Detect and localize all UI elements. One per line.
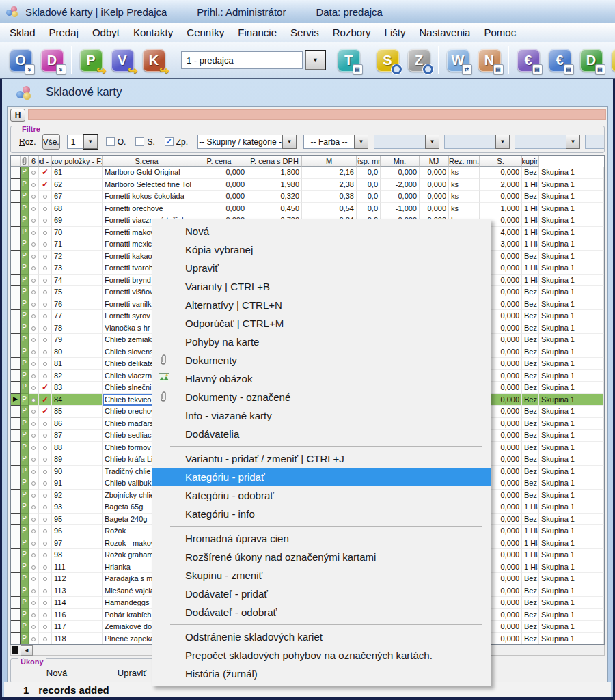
- toolbar-euro-blue-button[interactable]: €▤: [545, 46, 574, 74]
- context-menu-item-kateg-riu-odobra[interactable]: Kategóriu - odobrať: [152, 486, 491, 505]
- dot-icon: [43, 542, 47, 546]
- scroll-left-icon[interactable]: ◄: [20, 645, 33, 656]
- extra-filter-combo-2[interactable]: ▼: [444, 135, 510, 149]
- column-header-k-d-f3[interactable]: Kód - F3: [39, 156, 52, 167]
- checkbox-unchecked-icon[interactable]: [106, 137, 115, 146]
- menu-item-rozbory[interactable]: Rozbory: [326, 25, 378, 40]
- color-combo[interactable]: -- Farba -- ▼: [303, 135, 368, 149]
- menu-item-pomoc[interactable]: Pomoc: [477, 25, 523, 40]
- toolbar-s-settings-button[interactable]: S: [373, 46, 402, 74]
- menu-item-kontakty[interactable]: Kontakty: [126, 25, 180, 40]
- checkbox-unchecked-icon[interactable]: [135, 137, 144, 146]
- context-menu-item-dod-vate-odobra[interactable]: Dodávateľ - odobrať: [152, 603, 491, 621]
- context-menu-item-variantu-prida-zmeni-ctrl-j[interactable]: Variantu - pridať / zmeniť | CTRL+J: [152, 449, 491, 468]
- store-combo-value[interactable]: 1 - predajca: [181, 51, 303, 69]
- menu-item-odbyt[interactable]: Odbyt: [85, 25, 126, 40]
- scrollbar-thumb[interactable]: [12, 646, 18, 654]
- column-header-rez-mn[interactable]: Rez. mn.: [449, 156, 480, 167]
- context-menu-item-odstr-nenie-skladov-ch-kariet[interactable]: Odstránenie skladových kariet: [152, 628, 491, 646]
- column-header-m[interactable]: M: [302, 156, 357, 167]
- filter-checkbox-s[interactable]: S.: [135, 137, 154, 147]
- toolbar-os-button[interactable]: O$: [6, 46, 35, 74]
- context-menu-item-prepo-et-skladov-ch-pohybov-na-ozna-en-ch-kart-ch[interactable]: Prepočet skladových pohybov na označenýc…: [152, 646, 491, 664]
- toolbar-euro-purple-button[interactable]: €▤: [514, 46, 543, 74]
- new-button[interactable]: Nová: [27, 667, 86, 679]
- paperclip-icon[interactable]: [20, 156, 29, 167]
- chevron-down-icon[interactable]: ▼: [425, 135, 439, 149]
- extra-filter-combo-4[interactable]: ▼: [585, 135, 605, 149]
- menu-item-nastavenia[interactable]: Nastavenia: [412, 25, 477, 40]
- menu-item-cenn-ky[interactable]: Cenníky: [180, 25, 231, 40]
- toolbar-w-word-button[interactable]: W⇄: [443, 46, 472, 74]
- column-header-selector[interactable]: [11, 156, 20, 167]
- toolbar-v-button[interactable]: V↪: [108, 46, 137, 74]
- extra-filter-combo-3[interactable]: ▼: [515, 135, 580, 149]
- column-header-p-cena[interactable]: P. cena: [191, 156, 247, 167]
- filter-checkbox-o[interactable]: O.: [106, 137, 126, 147]
- dot-icon: [31, 195, 36, 199]
- context-menu-item-varianty-ctrl-b[interactable]: Varianty | CTRL+B: [152, 277, 491, 296]
- checkbox-checked-icon[interactable]: ✓: [165, 137, 174, 146]
- column-header-mj[interactable]: MJ: [420, 156, 449, 167]
- toolbar-z-settings-button[interactable]: Z: [405, 46, 433, 74]
- menu-item-financie[interactable]: Financie: [231, 25, 284, 40]
- store-combo-dropdown-button[interactable]: ▼: [305, 51, 325, 70]
- context-menu-item-info-viazan-karty[interactable]: Info - viazané karty: [152, 406, 491, 425]
- context-menu-item-odpor-a-ctrl-m[interactable]: Odporúčať | CTRL+M: [152, 314, 491, 333]
- context-menu-item-upravi[interactable]: Upraviť: [152, 259, 491, 277]
- table-cell: [29, 477, 39, 490]
- table-row-68[interactable]: P68Fornetti orechové0,0000,4500,540,0-1,…: [11, 203, 604, 215]
- store-combo[interactable]: 1 - predajca ▼: [181, 51, 325, 70]
- context-menu-item-dod-vate-prida[interactable]: Dodávateľ - pridať: [152, 585, 491, 603]
- count-combo[interactable]: 1 ▼: [67, 135, 98, 149]
- toolbar-a-edit-button[interactable]: A✎: [608, 46, 615, 74]
- toolbar-k-button[interactable]: K↪: [139, 46, 168, 74]
- chevron-down-icon[interactable]: ▼: [354, 135, 368, 149]
- context-menu-item-roz-ren-kony-nad-ozna-en-mi-kartami[interactable]: Rozšírené úkony nad označenými kartami: [152, 548, 491, 566]
- context-menu-item-pohyby-na-karte[interactable]: Pohyby na karte: [152, 333, 491, 351]
- chevron-down-icon[interactable]: ▼: [282, 135, 297, 149]
- table-cell: Bez s: [522, 191, 539, 203]
- chevron-down-icon[interactable]: ▼: [495, 135, 510, 149]
- context-menu-item-dokumenty-ozna-en[interactable]: Dokumenty - označené: [152, 388, 491, 406]
- table-row-61[interactable]: P✓61Marlboro Gold Original0,0001,8002,16…: [11, 167, 604, 179]
- menu-item-sklad[interactable]: Sklad: [3, 25, 42, 40]
- column-header-6[interactable]: 6: [29, 156, 39, 167]
- menu-item-servis[interactable]: Servis: [284, 25, 326, 40]
- column-header-disp-mn[interactable]: Disp. mn.: [357, 156, 381, 167]
- h-button[interactable]: H: [10, 109, 25, 122]
- chevron-down-icon[interactable]: ▼: [83, 135, 98, 149]
- toolbar-n-notes-button[interactable]: N▤: [475, 46, 504, 74]
- column-header-s[interactable]: S.: [480, 156, 522, 167]
- vse-button[interactable]: Vše.: [42, 134, 60, 150]
- groups-category-combo[interactable]: -- Skupiny / kategórie - ▼: [197, 135, 297, 149]
- chevron-down-icon[interactable]: ▼: [566, 135, 580, 149]
- context-menu-item-dokumenty[interactable]: Dokumenty: [152, 351, 491, 369]
- context-menu-item-hromadn-prava-cien[interactable]: Hromadná úprava cien: [152, 529, 491, 548]
- context-menu-item-hist-ria-urn-l[interactable]: História (žurnál): [152, 664, 491, 683]
- menu-item-li-ty[interactable]: Lišty: [378, 25, 413, 40]
- context-menu-item-kateg-riu-info[interactable]: Kategóriu - info: [152, 505, 491, 523]
- context-menu-item-alternat-vy-ctrl-n[interactable]: Alternatívy | CTRL+N: [152, 296, 491, 314]
- table-row-62[interactable]: P✓62Marlboro Selected fine Tol0,0001,980…: [11, 179, 604, 191]
- toolbar-ds-button[interactable]: D$: [38, 46, 66, 74]
- context-menu-item-skupinu-zmeni[interactable]: Skupinu - zmeniť: [152, 566, 491, 585]
- extra-filter-combo-1[interactable]: ▼: [374, 135, 439, 149]
- context-menu-item-hlavn-ob-zok[interactable]: Hlavný obázok: [152, 369, 491, 388]
- column-header-n-zov-polo-ky-f2[interactable]: Názov položky - F2▲: [52, 156, 102, 167]
- column-header-mn[interactable]: Mn.: [381, 156, 420, 167]
- context-menu-item-dod-vatelia[interactable]: Dodávatelia: [152, 425, 491, 443]
- toolbar-p-button[interactable]: P↪: [77, 46, 105, 74]
- context-menu-item-nov[interactable]: Nová: [152, 222, 491, 240]
- menu-item-predaj[interactable]: Predaj: [42, 25, 85, 40]
- context-menu-item-kateg-riu-prida[interactable]: Kategóriu - pridať: [152, 468, 491, 486]
- roz-link[interactable]: Roz.: [19, 137, 36, 147]
- column-header-s-cena[interactable]: S.cena: [102, 156, 191, 167]
- column-header-p-cena-s-dph[interactable]: P. cena s DPH: [247, 156, 302, 167]
- column-header-skupina[interactable]: Skupina: [522, 156, 539, 167]
- table-row-67[interactable]: P67Fornetti kokos-čokoláda0,0000,3200,38…: [11, 191, 604, 203]
- context-menu-item-k-pia-vybranej[interactable]: Kópia vybranej: [152, 240, 491, 259]
- toolbar-d-export-button[interactable]: D▤: [577, 46, 605, 74]
- toolbar-t-print-button[interactable]: T▤: [334, 46, 363, 74]
- filter-checkbox-zp[interactable]: ✓ Zp.: [165, 137, 188, 147]
